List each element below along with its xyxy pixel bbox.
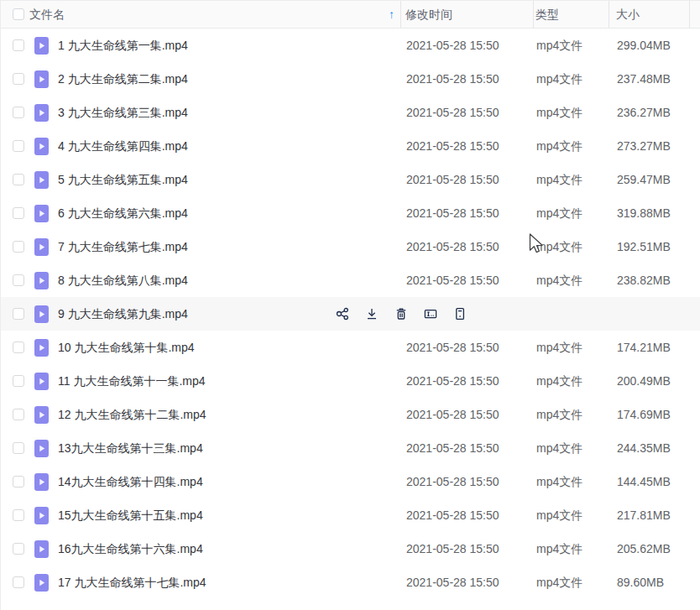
file-name[interactable]: 9 九大生命线第九集.mp4 [58, 297, 188, 331]
file-name[interactable]: 8 九大生命线第八集.mp4 [58, 263, 188, 297]
file-name[interactable]: 6 九大生命线第六集.mp4 [58, 196, 188, 230]
share-icon[interactable] [335, 306, 350, 321]
select-all-checkbox[interactable] [13, 8, 24, 20]
video-file-icon [34, 272, 49, 289]
video-file-icon [34, 138, 49, 155]
column-header-size[interactable]: 大小 [609, 1, 690, 28]
file-type: mp4文件 [536, 96, 582, 129]
file-name[interactable]: 1 九大生命线第一集.mp4 [58, 29, 188, 62]
file-name[interactable]: 15九大生命线第十五集.mp4 [58, 498, 203, 532]
file-name[interactable]: 4 九大生命线第四集.mp4 [58, 129, 188, 163]
modified-time: 2021-05-28 15:50 [406, 230, 499, 263]
video-file-icon [34, 540, 49, 558]
file-row[interactable]: 15九大生命线第十五集.mp4 2021-05-28 15:50 mp4文件 2… [1, 498, 700, 532]
file-row[interactable]: 16九大生命线第十六集.mp4 2021-05-28 15:50 mp4文件 2… [1, 532, 700, 566]
file-type: mp4文件 [536, 196, 582, 230]
file-name[interactable]: 16九大生命线第十六集.mp4 [58, 532, 203, 566]
row-checkbox[interactable] [13, 409, 24, 420]
file-size: 244.35MB [617, 431, 671, 465]
file-row[interactable]: 9 九大生命线第九集.mp4 [1, 297, 700, 331]
modified-time: 2021-05-28 15:50 [406, 465, 499, 498]
row-checkbox[interactable] [13, 543, 24, 555]
video-file-icon [34, 440, 49, 457]
file-row[interactable]: 1 九大生命线第一集.mp4 2021-05-28 15:50 mp4文件 29… [1, 29, 700, 62]
modified-time: 2021-05-28 15:50 [406, 263, 499, 297]
file-name[interactable]: 2 九大生命线第二集.mp4 [58, 62, 188, 96]
modified-time: 2021-05-28 15:50 [406, 498, 499, 532]
file-row[interactable]: 6 九大生命线第六集.mp4 2021-05-28 15:50 mp4文件 31… [1, 196, 700, 230]
move-icon[interactable] [452, 306, 468, 321]
column-header-filename[interactable]: 文件名 ↑ [1, 1, 401, 28]
file-size: 89.60MB [617, 566, 664, 599]
file-name[interactable]: 5 九大生命线第五集.mp4 [58, 163, 188, 196]
file-row[interactable]: 17 九大生命线第十七集.mp4 2021-05-28 15:50 mp4文件 … [1, 566, 700, 599]
modified-time: 2021-05-28 15:50 [406, 566, 499, 599]
row-checkbox[interactable] [13, 509, 24, 521]
row-checkbox[interactable] [13, 274, 24, 286]
file-type: mp4文件 [536, 398, 582, 431]
file-size: 238.82MB [617, 263, 671, 297]
file-size: 299.04MB [617, 29, 671, 62]
video-file-icon [34, 238, 49, 256]
row-checkbox[interactable] [13, 308, 24, 320]
file-name[interactable]: 3 九大生命线第三集.mp4 [58, 96, 188, 129]
file-row[interactable]: 11 九大生命线第十一集.mp4 2021-05-28 15:50 mp4文件 … [1, 364, 700, 398]
file-type: mp4文件 [536, 62, 582, 96]
file-row[interactable]: 7 九大生命线第七集.mp4 2021-05-28 15:50 mp4文件 19… [1, 230, 700, 263]
trash-icon[interactable] [394, 306, 409, 321]
file-row[interactable]: 4 九大生命线第四集.mp4 2021-05-28 15:50 mp4文件 27… [1, 129, 700, 163]
row-checkbox[interactable] [13, 107, 24, 118]
file-row[interactable]: 14九大生命线第十四集.mp4 2021-05-28 15:50 mp4文件 1… [1, 465, 700, 498]
file-row[interactable]: 13九大生命线第十三集.mp4 2021-05-28 15:50 mp4文件 2… [1, 431, 700, 465]
file-name[interactable]: 10 九大生命线第十集.mp4 [58, 331, 195, 364]
file-name[interactable]: 17 九大生命线第十七集.mp4 [58, 566, 206, 599]
file-row[interactable]: 5 九大生命线第五集.mp4 2021-05-28 15:50 mp4文件 25… [1, 163, 700, 196]
header-gutter [690, 1, 700, 28]
file-size: 144.45MB [617, 465, 671, 498]
row-hover-actions [335, 297, 468, 331]
row-checkbox[interactable] [13, 174, 24, 185]
file-name[interactable]: 7 九大生命线第七集.mp4 [58, 230, 188, 263]
file-type: mp4文件 [536, 566, 582, 599]
row-checkbox[interactable] [13, 341, 24, 353]
file-name[interactable]: 13九大生命线第十三集.mp4 [58, 431, 203, 465]
row-checkbox[interactable] [13, 241, 24, 253]
file-type: mp4文件 [536, 163, 582, 196]
file-type: mp4文件 [536, 129, 582, 163]
file-row[interactable]: 3 九大生命线第三集.mp4 2021-05-28 15:50 mp4文件 23… [1, 96, 700, 129]
column-header-modified-time[interactable]: 修改时间 [401, 1, 534, 28]
file-row[interactable]: 12 九大生命线第十二集.mp4 2021-05-28 15:50 mp4文件 … [1, 398, 700, 431]
file-size: 259.47MB [617, 163, 671, 196]
file-name[interactable]: 12 九大生命线第十二集.mp4 [58, 398, 206, 431]
modified-time: 2021-05-28 15:50 [406, 532, 499, 566]
file-name[interactable]: 11 九大生命线第十一集.mp4 [58, 364, 206, 398]
file-row[interactable]: 8 九大生命线第八集.mp4 2021-05-28 15:50 mp4文件 23… [1, 263, 700, 297]
video-file-icon [34, 339, 49, 357]
row-checkbox[interactable] [13, 375, 24, 387]
row-checkbox[interactable] [13, 73, 24, 85]
file-size: 237.48MB [617, 62, 671, 96]
column-label-type: 类型 [535, 8, 559, 21]
file-list: 1 九大生命线第一集.mp4 2021-05-28 15:50 mp4文件 29… [1, 29, 700, 599]
row-checkbox[interactable] [13, 442, 24, 454]
file-size: 174.21MB [617, 331, 671, 364]
file-name[interactable]: 14九大生命线第十四集.mp4 [58, 465, 203, 498]
modified-time: 2021-05-28 15:50 [406, 398, 499, 431]
row-checkbox[interactable] [13, 39, 24, 51]
video-file-icon [34, 205, 49, 222]
file-row[interactable]: 10 九大生命线第十集.mp4 2021-05-28 15:50 mp4文件 1… [1, 331, 700, 364]
file-type: mp4文件 [536, 230, 582, 263]
row-checkbox[interactable] [13, 476, 24, 487]
video-file-icon [34, 373, 49, 390]
column-header-type[interactable]: 类型 [534, 1, 609, 28]
video-file-icon [34, 406, 49, 424]
column-label-filename: 文件名 [29, 8, 65, 21]
row-checkbox[interactable] [13, 207, 24, 219]
modified-time: 2021-05-28 15:50 [406, 96, 499, 129]
download-icon[interactable] [364, 306, 379, 321]
rename-icon[interactable] [423, 306, 438, 321]
row-checkbox[interactable] [13, 140, 24, 152]
file-row[interactable]: 2 九大生命线第二集.mp4 2021-05-28 15:50 mp4文件 23… [1, 62, 700, 96]
modified-time: 2021-05-28 15:50 [406, 364, 499, 398]
row-checkbox[interactable] [13, 576, 24, 588]
